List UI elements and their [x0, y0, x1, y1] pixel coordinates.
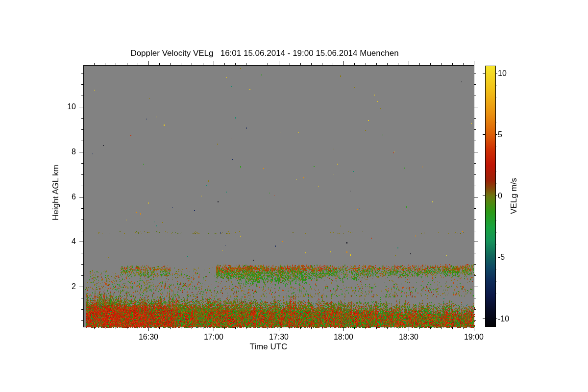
- colorbar-tick-label: 0: [498, 192, 522, 200]
- y-tick-label: 2: [48, 282, 76, 291]
- x-tick-label: 16:30: [131, 333, 166, 342]
- doppler-velocity-plot-page: Doppler Velocity VELg 16:01 15.06.2014 -…: [0, 0, 588, 392]
- y-tick-label: 8: [48, 147, 76, 156]
- colorbar-tick-label: 5: [498, 130, 522, 139]
- colorbar-tick-label: 10: [498, 69, 522, 78]
- x-tick-label: 17:30: [262, 333, 296, 342]
- y-tick-label: 6: [48, 193, 76, 201]
- x-tick-label: 18:30: [392, 333, 426, 342]
- y-tick-label: 4: [48, 237, 76, 246]
- chart-title: Doppler Velocity VELg 16:01 15.06.2014 -…: [130, 49, 398, 58]
- x-tick-label: 19:00: [457, 333, 491, 342]
- colorbar-tick-label: -10: [498, 315, 522, 323]
- x-axis-label: Time UTC: [250, 342, 288, 352]
- colorbar-tick-label: -5: [498, 253, 522, 262]
- y-tick-label: 10: [48, 102, 76, 111]
- x-tick-label: 18:00: [326, 333, 361, 342]
- x-tick-label: 17:00: [196, 333, 231, 342]
